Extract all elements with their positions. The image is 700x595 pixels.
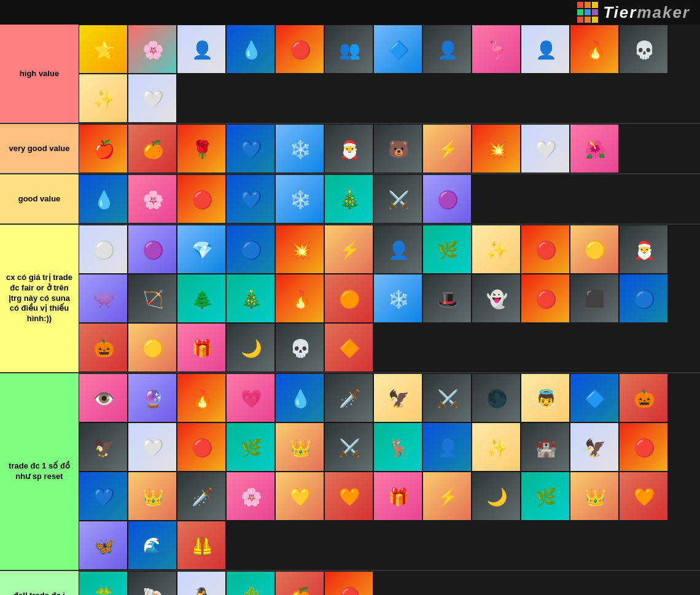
list-item[interactable]: 🟣 <box>422 174 472 224</box>
list-item[interactable]: ⚡ <box>422 124 472 173</box>
list-item[interactable]: 🔴 <box>324 571 373 595</box>
list-item[interactable]: ✨ <box>79 74 128 123</box>
list-item[interactable]: 💙 <box>79 472 128 521</box>
list-item[interactable]: 🌸 <box>226 472 275 521</box>
list-item[interactable]: 💥 <box>275 225 324 274</box>
list-item[interactable]: 🏹 <box>128 274 177 323</box>
list-item[interactable]: 💧 <box>226 25 275 74</box>
list-item[interactable]: 🌊 <box>128 521 177 570</box>
list-item[interactable]: 🔥 <box>177 373 226 422</box>
list-item[interactable]: 🎁 <box>177 323 226 372</box>
list-item[interactable]: ❄️ <box>275 174 324 224</box>
list-item[interactable]: ✨ <box>472 225 521 274</box>
list-item[interactable]: 🌸 <box>128 174 177 224</box>
list-item[interactable]: 👻 <box>472 274 521 323</box>
list-item[interactable]: 🔵 <box>226 225 275 274</box>
list-item[interactable]: 🌹 <box>177 124 226 173</box>
list-item[interactable]: 🌲 <box>177 274 226 323</box>
list-item[interactable]: ❄️ <box>275 124 324 173</box>
list-item[interactable]: 💎 <box>177 225 226 274</box>
list-item[interactable]: 👤 <box>177 25 226 74</box>
list-item[interactable]: 🔷 <box>373 25 422 74</box>
list-item[interactable]: 🍊 <box>128 124 177 173</box>
list-item[interactable]: 🔥 <box>570 25 619 74</box>
list-item[interactable]: 🐻 <box>373 124 422 173</box>
list-item[interactable]: 💀 <box>619 25 668 74</box>
list-item[interactable]: 🔴 <box>177 174 226 224</box>
list-item[interactable]: 🔶 <box>324 323 373 372</box>
list-item[interactable]: 🐚 <box>128 571 177 595</box>
list-item[interactable]: 🟠 <box>324 274 373 323</box>
list-item[interactable]: 💀 <box>275 323 324 372</box>
list-item[interactable]: 💧 <box>79 174 128 224</box>
list-item[interactable]: 🎩 <box>422 274 472 323</box>
list-item[interactable]: ✨ <box>472 422 521 472</box>
list-item[interactable]: 🔵 <box>619 274 668 323</box>
list-item[interactable]: 🧡 <box>324 472 373 521</box>
list-item[interactable]: 🍀 <box>79 571 128 595</box>
list-item[interactable]: 🔴 <box>177 422 226 472</box>
list-item[interactable]: 🔴 <box>275 25 324 74</box>
list-item[interactable]: 🌸 <box>128 25 177 74</box>
list-item[interactable]: 🟣 <box>128 225 177 274</box>
list-item[interactable]: 🌿 <box>422 225 472 274</box>
list-item[interactable]: 🔴 <box>521 274 570 323</box>
list-item[interactable]: ⬛ <box>570 274 619 323</box>
list-item[interactable]: 🗡️ <box>324 373 373 422</box>
list-item[interactable]: 🐧 <box>177 571 226 595</box>
list-item[interactable]: 💧 <box>275 373 324 422</box>
list-item[interactable]: 👤 <box>422 422 472 472</box>
list-item[interactable]: 🤍 <box>521 124 570 173</box>
list-item[interactable]: 🟡 <box>570 225 619 274</box>
list-item[interactable]: 🎄 <box>324 174 373 224</box>
list-item[interactable]: 🌿 <box>226 422 275 472</box>
list-item[interactable]: ⭐ <box>79 25 128 74</box>
list-item[interactable]: ⚔️ <box>373 174 422 224</box>
list-item[interactable]: 🌵 <box>226 571 275 595</box>
list-item[interactable]: ⚔️ <box>422 373 472 422</box>
list-item[interactable]: 🦺 <box>177 521 226 570</box>
list-item[interactable]: 👥 <box>324 25 373 74</box>
list-item[interactable]: 👑 <box>570 472 619 521</box>
list-item[interactable]: ❄️ <box>373 274 422 323</box>
list-item[interactable]: 🦅 <box>570 422 619 472</box>
list-item[interactable]: 👑 <box>275 422 324 472</box>
list-item[interactable]: 🦩 <box>472 25 521 74</box>
list-item[interactable]: 🤍 <box>128 422 177 472</box>
list-item[interactable]: 🎁 <box>373 472 422 521</box>
list-item[interactable]: 🦌 <box>373 422 422 472</box>
list-item[interactable]: 🌺 <box>570 124 619 173</box>
list-item[interactable]: 🌙 <box>226 323 275 372</box>
list-item[interactable]: 🦅 <box>373 373 422 422</box>
list-item[interactable]: 🎃 <box>619 373 668 422</box>
list-item[interactable]: 🔴 <box>619 422 668 472</box>
list-item[interactable]: 🍎 <box>79 124 128 173</box>
list-item[interactable]: 👤 <box>422 25 472 74</box>
list-item[interactable]: 👑 <box>128 472 177 521</box>
list-item[interactable]: 👁️ <box>79 373 128 422</box>
list-item[interactable]: ⚪ <box>79 225 128 274</box>
list-item[interactable]: 🍊 <box>275 571 324 595</box>
list-item[interactable]: 🦅 <box>79 422 128 472</box>
list-item[interactable]: 🌙 <box>472 472 521 521</box>
list-item[interactable]: ⚡ <box>422 472 472 521</box>
list-item[interactable]: 🦋 <box>79 521 128 570</box>
list-item[interactable]: 🏰 <box>521 422 570 472</box>
list-item[interactable]: 🌑 <box>472 373 521 422</box>
list-item[interactable]: 🔥 <box>275 274 324 323</box>
list-item[interactable]: ⚔️ <box>324 422 373 472</box>
list-item[interactable]: 💙 <box>226 124 275 173</box>
list-item[interactable]: 🔮 <box>128 373 177 422</box>
list-item[interactable]: 🔴 <box>521 225 570 274</box>
list-item[interactable]: 💙 <box>226 174 275 224</box>
list-item[interactable]: 🔷 <box>570 373 619 422</box>
list-item[interactable]: 🤍 <box>128 74 177 123</box>
list-item[interactable]: 👼 <box>521 373 570 422</box>
list-item[interactable]: 💥 <box>472 124 521 173</box>
list-item[interactable]: 💗 <box>226 373 275 422</box>
list-item[interactable]: 🗡️ <box>177 472 226 521</box>
list-item[interactable]: 👾 <box>79 274 128 323</box>
list-item[interactable]: 👤 <box>373 225 422 274</box>
list-item[interactable]: 🟡 <box>128 323 177 372</box>
list-item[interactable]: 💛 <box>275 472 324 521</box>
